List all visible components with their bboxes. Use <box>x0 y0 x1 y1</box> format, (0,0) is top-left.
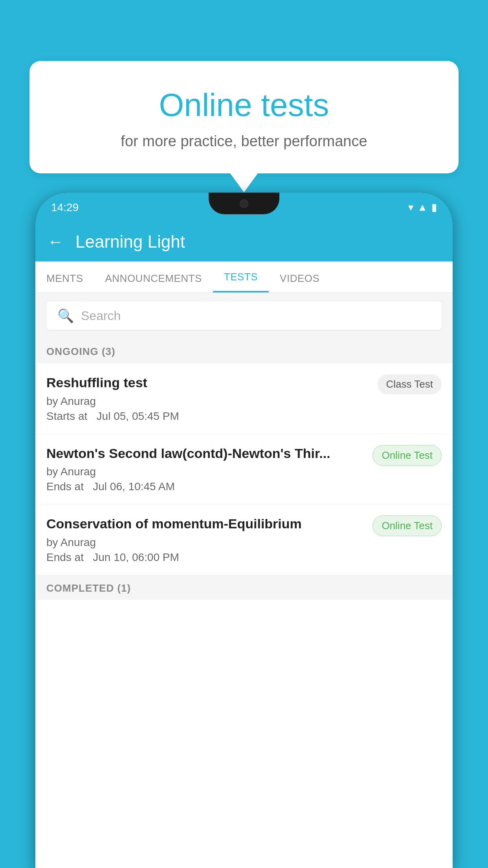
signal-icon: ▲ <box>417 201 427 213</box>
battery-icon: ▮ <box>431 201 437 213</box>
test-item[interactable]: Newton's Second law(contd)-Newton's Thir… <box>35 434 453 505</box>
test-name: Reshuffling test <box>46 374 370 391</box>
bubble-subtitle: for more practice, better performance <box>53 133 435 150</box>
search-container: 🔍 Search <box>35 293 453 338</box>
status-bar: 14:29 ▾ ▲ ▮ <box>35 193 453 222</box>
clock: 14:29 <box>51 201 79 214</box>
speech-bubble: Online tests for more practice, better p… <box>29 61 459 173</box>
search-icon: 🔍 <box>57 308 74 324</box>
tab-announcements[interactable]: ANNOUNCEMENTS <box>94 272 213 292</box>
test-name: Newton's Second law(contd)-Newton's Thir… <box>46 445 365 462</box>
test-time: Ends at Jul 06, 10:45 AM <box>46 480 365 493</box>
tabs-bar: MENTS ANNOUNCEMENTS TESTS VIDEOS <box>35 261 453 293</box>
tab-tests[interactable]: TESTS <box>213 271 269 292</box>
test-time: Ends at Jun 10, 06:00 PM <box>46 551 365 564</box>
bubble-title: Online tests <box>53 86 435 123</box>
test-author: by Anurag <box>46 465 365 478</box>
app-header: ← Learning Light <box>35 222 453 261</box>
ongoing-section-header: ONGOING (3) <box>35 338 453 363</box>
test-author: by Anurag <box>46 395 370 408</box>
online-test-badge: Online Test <box>372 445 442 466</box>
notch <box>209 193 279 214</box>
class-test-badge: Class Test <box>378 374 442 394</box>
test-time: Starts at Jul 05, 05:45 PM <box>46 410 370 423</box>
test-info: Conservation of momentum-Equilibrium by … <box>46 515 365 564</box>
app-title: Learning Light <box>75 232 185 252</box>
phone-frame: 14:29 ▾ ▲ ▮ ← Learning Light MENTS ANNOU… <box>35 193 453 868</box>
back-button[interactable]: ← <box>47 232 64 251</box>
test-info: Reshuffling test by Anurag Starts at Jul… <box>46 374 370 423</box>
test-info: Newton's Second law(contd)-Newton's Thir… <box>46 445 365 493</box>
status-icons: ▾ ▲ ▮ <box>408 201 437 213</box>
test-list: Reshuffling test by Anurag Starts at Jul… <box>35 363 453 575</box>
camera <box>240 199 248 208</box>
test-name: Conservation of momentum-Equilibrium <box>46 515 365 532</box>
completed-section-header: COMPLETED (1) <box>35 575 453 600</box>
test-author: by Anurag <box>46 536 365 549</box>
tab-videos[interactable]: VIDEOS <box>269 272 330 292</box>
test-item[interactable]: Reshuffling test by Anurag Starts at Jul… <box>35 363 453 434</box>
app-screen: ← Learning Light MENTS ANNOUNCEMENTS TES… <box>35 222 453 868</box>
wifi-icon: ▾ <box>408 201 413 213</box>
tab-ments[interactable]: MENTS <box>35 272 94 292</box>
search-bar[interactable]: 🔍 Search <box>46 302 442 330</box>
online-test-badge: Online Test <box>372 515 442 536</box>
search-placeholder: Search <box>81 309 121 323</box>
test-item[interactable]: Conservation of momentum-Equilibrium by … <box>35 504 453 575</box>
